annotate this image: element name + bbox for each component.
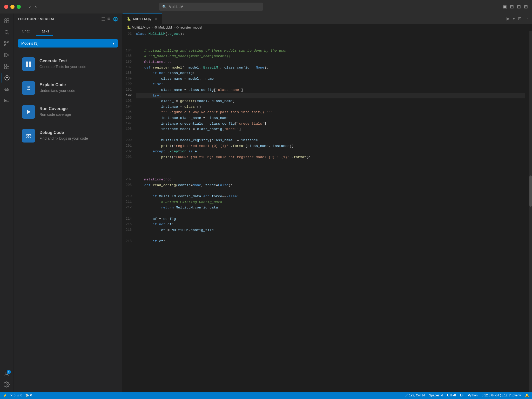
more-options-icon[interactable]: ⊞: [524, 4, 528, 10]
activity-account[interactable]: [2, 369, 12, 379]
status-bar: ⚡ ✕ 0 ⚠ 0 📡 0 Ln 192, Col 14 Spaces: 4 U…: [0, 392, 532, 399]
task-card-debug-code[interactable]: Debug Code Find and fix bugs in your cod…: [18, 124, 118, 147]
activity-docker[interactable]: [2, 84, 12, 94]
title-bar-right: ▣ ⊟ ⊡ ⊞: [502, 4, 528, 10]
status-encoding[interactable]: UTF-8: [447, 394, 456, 397]
tab-close-icon[interactable]: ✕: [154, 17, 158, 21]
line-numbers: 52 184 185 186 187 188 189 190 191 192 1…: [123, 31, 136, 392]
maximize-button[interactable]: [17, 5, 21, 9]
breadcrumb-method[interactable]: ◇ register_model: [176, 25, 202, 29]
split-editor-icon[interactable]: ⊡: [518, 16, 521, 21]
status-errors[interactable]: ✕ 0 ⚠ 0: [10, 394, 22, 397]
status-language[interactable]: Python: [468, 394, 477, 397]
line-col-text: Ln 192, Col 14: [405, 394, 425, 397]
code-line: instance = class_(): [136, 104, 525, 110]
code-editor[interactable]: 52 184 185 186 187 188 189 190 191 192 1…: [123, 31, 532, 392]
svg-rect-22: [29, 62, 31, 64]
svg-rect-14: [7, 67, 9, 69]
sidebar-toggle-icon[interactable]: ▣: [502, 4, 507, 10]
sidebar-globe-icon[interactable]: 🌐: [113, 17, 118, 22]
panel-toggle-icon[interactable]: ⊟: [510, 4, 514, 10]
activity-settings[interactable]: [2, 379, 12, 390]
activity-run[interactable]: [2, 50, 12, 60]
task-card-run-coverage[interactable]: Run Coverage Run code coverage: [18, 100, 118, 123]
svg-rect-0: [5, 19, 6, 21]
code-line: # LLM_Model.add_model(model_name(params)…: [136, 53, 525, 59]
chevron-run-icon[interactable]: ▾: [513, 16, 515, 21]
nav-forward-button[interactable]: ›: [34, 3, 38, 11]
code-line: def register_model( model: BaseLLM , cla…: [136, 65, 525, 71]
status-python-version[interactable]: 3.12.3 64-bit ('3.12.3': pyenv: [482, 394, 521, 397]
code-line: def read_config(config=None, force=False…: [136, 182, 525, 188]
svg-point-7: [4, 41, 6, 43]
status-notification[interactable]: 🔔: [525, 394, 529, 397]
activity-explorer[interactable]: [2, 16, 12, 26]
activity-testguru[interactable]: [2, 73, 12, 83]
debug-code-title: Debug Code: [39, 130, 114, 135]
close-button[interactable]: [4, 5, 8, 9]
tab-tasks[interactable]: Tasks: [36, 27, 53, 36]
task-info-debug-code: Debug Code Find and fix bugs in your cod…: [39, 130, 114, 141]
tab-chat[interactable]: Chat: [18, 27, 34, 36]
encoding-text: UTF-8: [447, 394, 456, 397]
task-card-generate-test[interactable]: Generate Test Generate Tests for your co…: [18, 53, 118, 76]
port-icon: 📡: [25, 394, 29, 397]
nav-buttons: ‹ ›: [28, 3, 38, 11]
models-dropdown[interactable]: Models (3) ▾: [18, 39, 118, 48]
editor-area: 🐍 MultiLLM.py ✕ ▶ ▾ ⊡ ··· 🐍 MultiLLM.py …: [123, 13, 532, 392]
status-eol[interactable]: LF: [460, 394, 464, 397]
breadcrumb-file[interactable]: 🐍 MultiLLM.py: [127, 25, 150, 29]
breadcrumb-class[interactable]: ⚙ MultiLLM: [154, 25, 172, 29]
generate-test-title: Generate Test: [39, 59, 114, 63]
editor-scrollbar[interactable]: [529, 31, 532, 392]
generate-test-desc: Generate Tests for your code: [39, 64, 114, 70]
svg-line-5: [8, 33, 9, 34]
sidebar-header: TESTGURU: VERIFAI ☰ ⧉ 🌐: [14, 13, 122, 25]
svg-point-6: [4, 44, 6, 46]
svg-rect-24: [29, 64, 31, 67]
scrollbar-thumb[interactable]: [529, 175, 532, 207]
svg-point-4: [5, 30, 8, 33]
main-layout: TESTGURU: VERIFAI ☰ ⧉ 🌐 Chat Tasks Model…: [0, 13, 532, 392]
split-editor-icon[interactable]: ⊡: [517, 4, 521, 10]
bell-icon: 🔔: [525, 394, 529, 397]
run-coverage-desc: Run code coverage: [39, 112, 114, 117]
search-bar[interactable]: 🔍: [159, 3, 263, 11]
chevron-down-icon: ▾: [113, 41, 115, 45]
warning-icon: ⚠: [17, 394, 19, 397]
explain-code-icon: [22, 81, 35, 95]
code-line: [136, 233, 525, 239]
task-info-run-coverage: Run Coverage Run code coverage: [39, 106, 114, 117]
activity-search[interactable]: [2, 27, 12, 37]
spaces-text: Spaces: 4: [429, 394, 443, 397]
svg-rect-3: [7, 21, 9, 23]
nav-back-button[interactable]: ‹: [28, 3, 32, 11]
svg-rect-11: [4, 64, 6, 66]
code-line: [136, 211, 525, 216]
activity-remote[interactable]: [2, 96, 12, 106]
code-line: if not class_config:: [136, 70, 525, 76]
code-line: if cf:: [136, 239, 525, 244]
status-remote[interactable]: ⚡: [3, 394, 7, 397]
svg-rect-13: [4, 67, 6, 69]
search-input[interactable]: [169, 5, 260, 9]
task-card-explain-code[interactable]: Explain Code Understand your code: [18, 77, 118, 99]
code-line: @staticmethod: [136, 59, 525, 65]
minimize-button[interactable]: [10, 5, 15, 9]
status-spaces[interactable]: Spaces: 4: [429, 394, 443, 397]
activity-extensions[interactable]: [2, 61, 12, 72]
status-port[interactable]: 📡 0: [25, 394, 32, 397]
editor-tab-multillm[interactable]: 🐍 MultiLLM.py ✕: [123, 13, 162, 24]
search-icon: 🔍: [162, 5, 167, 9]
code-line: instance.class_name = class_name: [136, 115, 525, 121]
more-icon[interactable]: ···: [524, 16, 528, 21]
code-line: # actual calling and setting of these mo…: [136, 48, 525, 54]
sidebar-split-icon[interactable]: ⧉: [107, 17, 110, 22]
sidebar-menu-icon[interactable]: ☰: [101, 17, 105, 22]
status-line-col[interactable]: Ln 192, Col 14: [405, 394, 425, 397]
code-content[interactable]: class MultiLLM(object): # actual calling…: [136, 31, 529, 392]
run-icon[interactable]: ▶: [507, 16, 510, 21]
activity-source-control[interactable]: [2, 38, 12, 49]
run-coverage-icon: [22, 105, 35, 119]
editor-tab-right-actions: ▶ ▾ ⊡ ···: [502, 16, 532, 21]
